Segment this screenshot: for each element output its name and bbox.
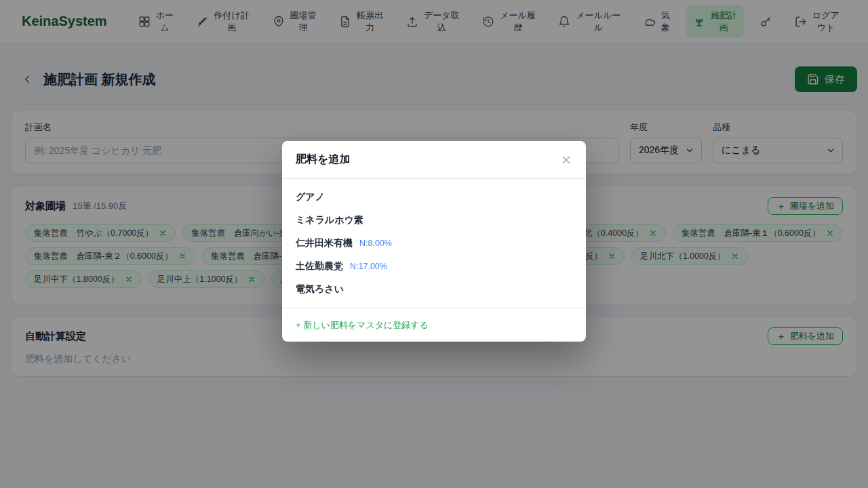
fertilizer-list-item[interactable]: グアノ	[282, 186, 586, 209]
fertilizer-name: 仁井田米有機	[296, 237, 353, 249]
fertilizer-name: 土佐勤農党	[296, 260, 343, 272]
close-icon[interactable]	[560, 154, 572, 166]
fertilizer-n-value: N:17.00%	[350, 262, 387, 271]
fertilizer-name: ミネラルホウ素	[296, 214, 363, 226]
fertilizer-list-item[interactable]: 電気ろさい	[282, 278, 586, 301]
register-new-fertilizer-link[interactable]: + 新しい肥料をマスタに登録する	[296, 320, 429, 330]
fertilizer-name: 電気ろさい	[296, 283, 344, 296]
fertilizer-list-item[interactable]: 土佐勤農党 N:17.00%	[282, 255, 586, 278]
modal-title: 肥料を追加	[296, 152, 350, 167]
fertilizer-name: グアノ	[296, 191, 325, 203]
fertilizer-list: グアノ ミネラルホウ素 仁井田米有機 N:8.00% 土佐勤農党 N:17.00…	[282, 179, 586, 308]
fertilizer-list-item[interactable]: ミネラルホウ素	[282, 209, 586, 232]
add-fertilizer-modal: 肥料を追加 グアノ ミネラルホウ素 仁井田米有機 N:8.00% 土佐勤農党 N…	[282, 141, 586, 342]
fertilizer-n-value: N:8.00%	[359, 239, 392, 248]
fertilizer-list-item[interactable]: 仁井田米有機 N:8.00%	[282, 232, 586, 255]
